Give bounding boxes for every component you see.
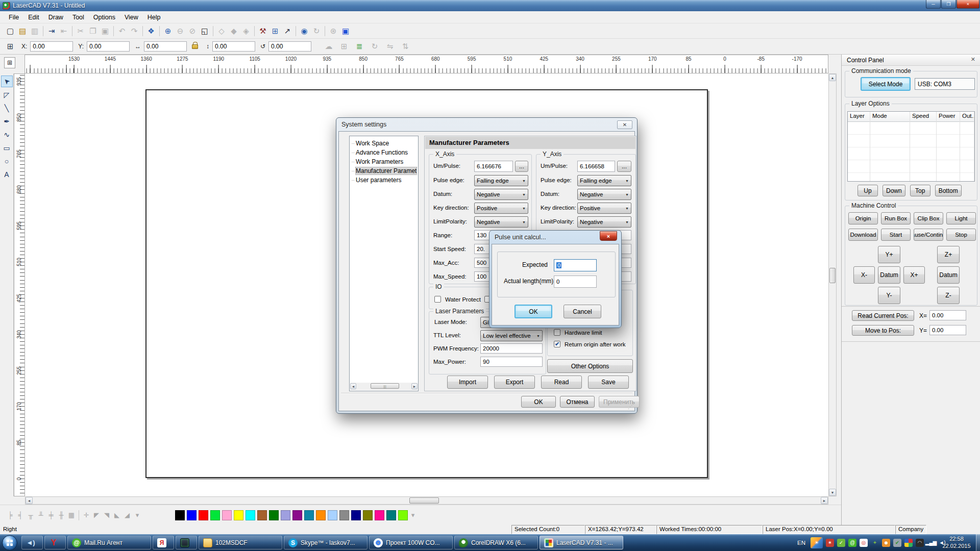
align-center-v-icon[interactable]: ╫ <box>56 509 66 521</box>
mirror-horizontal-icon[interactable]: ⇋ <box>384 40 396 53</box>
align-bottom-icon[interactable]: ╨ <box>36 509 46 521</box>
param-select[interactable]: Negative▼ <box>474 189 528 200</box>
array-copy-icon[interactable]: ⊞ <box>269 25 281 37</box>
other-options-button[interactable]: Other Options <box>547 359 633 373</box>
pwm-frequency-field[interactable]: 20000 <box>480 343 543 354</box>
palette-color[interactable] <box>375 510 384 520</box>
align-right-icon[interactable]: ╡ <box>15 509 26 521</box>
select-mode-button[interactable]: Select Mode <box>861 77 911 91</box>
taskbar-corel-button[interactable]: CorelDRAW X6 (6... <box>454 536 538 549</box>
align-page-bl-icon[interactable]: ◣ <box>112 509 122 521</box>
actual-length-field[interactable]: 0 <box>554 276 597 288</box>
ruler-origin-box[interactable]: ⊞ <box>4 57 15 68</box>
menu-item[interactable]: Tool <box>68 12 89 22</box>
minimize-button[interactable]: ─ <box>926 0 941 9</box>
palette-color[interactable] <box>351 510 361 520</box>
um-pulse-field[interactable]: 6.166658 <box>577 161 615 172</box>
jog-y-minus-button[interactable]: Y- <box>878 287 900 304</box>
menu-item[interactable]: File <box>4 12 23 22</box>
dialog-close-icon[interactable]: ✕ <box>617 120 632 129</box>
save-file-icon[interactable]: ▥ <box>29 25 41 37</box>
zoom-out-icon[interactable]: ⊖ <box>174 25 186 37</box>
tile-copy-icon[interactable]: ⊞ <box>338 40 350 53</box>
param-select[interactable]: Negative▼ <box>577 216 631 228</box>
palette-color[interactable] <box>316 510 326 520</box>
position-grid-icon[interactable]: ⊞ <box>4 40 16 53</box>
ellipse-tool[interactable]: ○ <box>1 155 13 167</box>
cut-icon[interactable]: ✂ <box>75 25 87 37</box>
palette-color[interactable] <box>304 510 314 520</box>
horizontal-scrollbar[interactable]: ◄ ► <box>25 496 828 505</box>
tray-updater-icon[interactable]: ✶ <box>826 539 834 547</box>
new-file-icon[interactable]: ▢ <box>4 25 16 37</box>
jog-z-datum-button[interactable]: Datum <box>937 266 960 284</box>
tree-scroll-left-icon[interactable]: ◄ <box>350 383 356 389</box>
tray-weather-icon[interactable]: ☀ <box>811 537 823 548</box>
start-button[interactable] <box>2 535 17 550</box>
palette-color[interactable] <box>234 510 243 520</box>
tray-network-icon[interactable]: ▂▄▆ <box>927 539 935 547</box>
dialog-footer-button[interactable]: Отмена <box>560 396 595 408</box>
tree-item[interactable]: ┈Advance Functions <box>350 148 418 157</box>
align-left-icon[interactable]: ╞ <box>5 509 15 521</box>
jog-y-plus-button[interactable]: Y+ <box>878 246 900 263</box>
scroll-left-icon[interactable]: ◄ <box>26 497 33 504</box>
paste-icon[interactable]: ▣ <box>99 25 111 37</box>
language-indicator[interactable]: EN <box>797 540 805 546</box>
machine-button[interactable]: Pause/Continue <box>914 229 943 241</box>
palette-color[interactable] <box>257 510 267 520</box>
select-tool[interactable]: ➤ <box>1 76 13 87</box>
scroll-up-icon[interactable]: ▲ <box>829 74 836 81</box>
tree-item[interactable]: ┈Work Parameters <box>350 157 418 166</box>
align-center-h-icon[interactable]: ╪ <box>46 509 56 521</box>
action-button[interactable]: Import <box>447 375 488 389</box>
redo-icon[interactable]: ↷ <box>128 25 140 37</box>
tree-scrollbar[interactable]: ◄ ||| ► <box>350 383 418 390</box>
machine-button[interactable]: Clip Box <box>914 212 943 224</box>
pen-tool[interactable]: ✒ <box>1 115 13 127</box>
tray-satellite-icon[interactable]: ◠ <box>916 539 924 547</box>
control-panel-close-icon[interactable]: ✕ <box>971 56 975 63</box>
resize-grip[interactable]: ⋰ <box>628 404 633 410</box>
more-chevron-icon[interactable]: ▾ <box>132 509 142 521</box>
tray-genie-icon[interactable]: ✦ <box>871 539 879 547</box>
palette-color[interactable] <box>398 510 408 520</box>
tree-item[interactable]: ┈Manufacturer Paramet <box>350 166 418 176</box>
dialog-footer-button[interactable]: Применить <box>599 396 640 408</box>
palette-color[interactable] <box>175 510 185 520</box>
machine-button[interactable]: Run Box <box>881 212 911 224</box>
machine-button[interactable]: Download <box>848 229 878 241</box>
action-button[interactable]: Save <box>588 375 629 389</box>
taskbar-photoviewer-button[interactable] <box>176 536 197 549</box>
tree-scroll-thumb[interactable]: ||| <box>371 383 399 389</box>
palette-color[interactable] <box>339 510 349 520</box>
horizontal-scroll-thumb[interactable] <box>409 497 439 504</box>
param-select[interactable]: Positive▼ <box>577 203 631 214</box>
param-select[interactable]: Positive▼ <box>474 203 528 214</box>
machine-button[interactable]: Light <box>946 212 976 224</box>
layer-column-header[interactable]: Mode <box>870 112 910 122</box>
clock[interactable]: 22:58 22.02.2015 <box>938 535 975 549</box>
action-button[interactable]: Export <box>494 375 535 389</box>
taskbar-ya-button[interactable]: Я <box>153 536 174 549</box>
node-edit-tool[interactable]: ◸ <box>1 89 13 101</box>
width-input[interactable]: 0.00 <box>144 41 187 52</box>
open-file-icon[interactable]: ▤ <box>16 25 29 37</box>
layer-column-header[interactable]: Speed <box>910 112 936 122</box>
dialog-close-icon[interactable]: × <box>600 231 617 241</box>
palette-more-icon[interactable]: ▾ <box>408 509 418 521</box>
palette-color[interactable] <box>246 510 255 520</box>
ttl-level-select[interactable]: Low level effective▼ <box>480 330 543 341</box>
layer-order-button[interactable]: Bottom <box>935 185 962 196</box>
measure-icon[interactable]: ↗ <box>281 25 293 37</box>
tools-hammer-icon[interactable]: ⚒ <box>257 25 269 37</box>
param-select[interactable]: Negative▼ <box>474 216 528 228</box>
menu-item[interactable]: Edit <box>23 12 44 22</box>
dialog-footer-button[interactable]: OK <box>521 396 556 408</box>
cancel-button[interactable]: Cancel <box>564 305 601 318</box>
export-icon[interactable]: ⇤ <box>58 25 70 37</box>
param-select[interactable]: Falling edge▼ <box>577 175 631 186</box>
palette-color[interactable] <box>269 510 279 520</box>
machine-button[interactable]: Start <box>881 229 911 241</box>
return-origin-checkbox[interactable]: ✔ <box>554 341 560 347</box>
